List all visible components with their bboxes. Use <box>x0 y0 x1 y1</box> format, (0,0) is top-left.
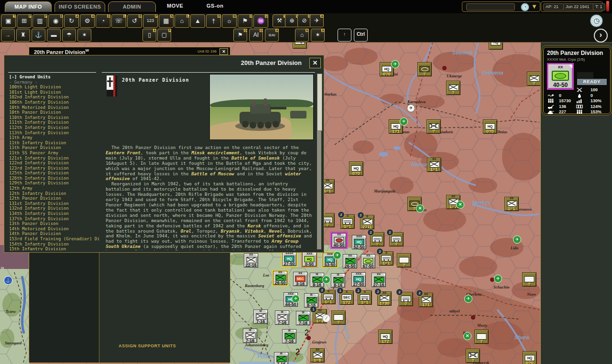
close-icon[interactable]: ✕ <box>309 58 321 68</box>
map-counter-inf[interactable]: III8-16 <box>331 273 345 288</box>
map-counter-inf[interactable]: III7-16 <box>282 329 296 343</box>
unit-list-item[interactable]: 134th Infantry Division <box>9 211 99 216</box>
redo-orders-button[interactable]: ↻A <box>64 14 79 28</box>
copy-screen-button[interactable]: ▥P <box>33 14 47 28</box>
map-counter-inf[interactable]: III7-16 <box>275 310 289 325</box>
counter-display-button[interactable]: ⊞P <box>17 14 32 28</box>
unit-list-item[interactable]: 123rd Infantry Division <box>9 166 99 171</box>
move-arrow-button[interactable]: → <box>1 29 15 42</box>
ai-off-button[interactable]: ⊘AIA <box>265 29 279 42</box>
shift-key-button[interactable]: ↑ <box>338 29 351 42</box>
formation-view-button[interactable]: ▯A <box>142 29 156 42</box>
tab-map-info[interactable]: MAP INFO <box>5 1 52 12</box>
map-counter-armorq[interactable]: ? <box>417 62 432 76</box>
map-counter-truck[interactable]: ?2 <box>389 232 404 246</box>
factory-button[interactable]: ⌂N <box>295 29 309 42</box>
unit-list-item[interactable]: 12th Infantry Division <box>9 191 99 196</box>
unit-list-item[interactable]: 154th Infantry Division <box>9 242 99 247</box>
elevation-button[interactable]: ▲ <box>190 14 205 28</box>
unit-list-item[interactable]: 132nd Infantry Division <box>9 206 99 211</box>
map-counter-truck[interactable]: ?2 <box>399 292 413 306</box>
map-counter-truck[interactable]: II1=12 <box>321 290 336 304</box>
map-counter-inf[interactable]: III7-16 <box>253 310 268 324</box>
flag-orders-button[interactable]: ⚑G <box>233 29 247 42</box>
map-counter-hq[interactable]: HQ <box>293 42 307 49</box>
message-box[interactable] <box>466 3 515 11</box>
mode-gs-on[interactable]: GS-on <box>207 3 224 9</box>
map-counter-inf[interactable]: XX27-16 <box>372 273 386 287</box>
map-counter-sec[interactable]: XXSEC3-16 <box>293 272 307 286</box>
air-ops-button[interactable]: ✈A <box>310 14 324 27</box>
container-button[interactable]: ▢F <box>157 29 171 42</box>
map-counter-hq[interactable]: XXXHQ52-50 <box>352 235 366 249</box>
weather-button[interactable]: ☼W <box>222 14 237 28</box>
map-counter-inf[interactable]: III7-16 <box>274 352 288 364</box>
communications-button[interactable]: ☏L <box>111 14 126 28</box>
production-button[interactable]: ⌂L <box>175 14 189 28</box>
ground-units-list[interactable]: [-] Ground Units- Germany -100th Light D… <box>9 75 99 250</box>
unit-list-item[interactable]: 12th Panzer Division <box>9 196 99 201</box>
ctrl-key-button[interactable]: Ctrl <box>354 29 368 42</box>
map-counter-inf[interactable]: XX26-50 <box>343 254 357 268</box>
unit-list-item[interactable]: 11th Army <box>9 135 99 140</box>
unit-list-item[interactable]: 12th Army <box>9 186 99 191</box>
map-counter-hq[interactable]: HQ0?0 <box>523 351 537 364</box>
unit-list-item[interactable]: 121st Infantry Division <box>9 156 99 161</box>
unit-list-item[interactable]: 14th Panzer Division <box>9 231 99 236</box>
unit-list-item[interactable]: 10th Panzer Division <box>9 110 99 115</box>
unit-list-item[interactable]: 111th Infantry Division <box>9 120 99 125</box>
map-modes-button[interactable]: ▣T <box>1 14 16 28</box>
unit-list-item[interactable]: 100th Light Division <box>9 85 99 90</box>
map-counter-inf[interactable]: XX1?12 <box>419 293 433 307</box>
map-counter-truck[interactable]: II1=12 <box>358 290 372 305</box>
unit-list-item[interactable]: 106th Infantry Division <box>9 100 99 105</box>
interdiction-button[interactable]: ⊘D <box>297 14 311 27</box>
map-counter-inf[interactable]: XX26-50 <box>273 271 287 285</box>
map-counter-hq[interactable]: HQ <box>489 42 503 50</box>
map-counter-inf[interactable]: XX1=1 <box>427 158 441 172</box>
assault-button[interactable]: ✶ <box>77 29 91 42</box>
map-counter-hq[interactable]: HQ0?0 <box>349 161 363 176</box>
map-counter-truck[interactable]: ?2 <box>370 232 384 246</box>
ai-orders-button[interactable]: AIG <box>249 29 263 42</box>
map-counter-inf[interactable]: XX1=1 <box>504 197 519 211</box>
unit-icons-button[interactable]: ◉E <box>48 14 63 28</box>
map-counter-hq[interactable]: XXXXHQ27-50 <box>282 252 296 266</box>
unit-list-item[interactable]: 102nd Infantry Division <box>9 95 99 100</box>
unit-list-item[interactable]: 153rd Field Training (Grenadier) Di <box>9 236 99 242</box>
org-chart-button[interactable]: ▦N <box>159 14 174 28</box>
supply-button[interactable]: ⚒T <box>273 14 286 27</box>
map-counter-hq[interactable]: XXXHQ27-50 <box>351 272 366 287</box>
map-counter-unk[interactable]: ? <box>397 253 411 268</box>
naval-move-button[interactable]: ⚓ <box>32 29 45 42</box>
map-counter-inf[interactable]: XX22-16 <box>244 253 258 268</box>
unit-list-item[interactable]: 13th Panzer Divison <box>9 221 99 226</box>
mode-move[interactable]: MOVE <box>167 3 183 9</box>
barge-button[interactable]: ▬ <box>47 29 61 42</box>
list-header[interactable]: [-] Ground Units <box>9 75 99 80</box>
map-counter-inf[interactable]: ? <box>446 81 460 95</box>
objectives-flag-button[interactable]: ⚑V <box>238 14 252 28</box>
unit-list-item[interactable]: 101st Light Division <box>9 90 99 95</box>
warning-triangle-icon[interactable]: ▼ <box>531 3 537 10</box>
map-counter-hq[interactable]: XXXHQ0-50 <box>302 252 317 267</box>
tab-info-screens[interactable]: INFO SCREENS <box>55 1 105 12</box>
map-counter-inf[interactable]: ? <box>527 72 540 86</box>
unit-list-item[interactable]: 15th Infantry Division <box>9 246 99 250</box>
map-counter-unk[interactable]: ? <box>331 310 346 325</box>
map-counter-mot[interactable]: ? <box>466 349 480 363</box>
map-counter-hq[interactable]: HQ1?2 <box>378 330 393 344</box>
event-timer-button[interactable]: ◔D <box>96 14 110 28</box>
compass-gauge-icon[interactable]: ◷ <box>590 14 603 27</box>
map-counter-unk[interactable]: ? <box>522 272 536 287</box>
unit-list-item[interactable]: 113th Infantry Division <box>9 130 99 136</box>
unit-list-item[interactable]: 11th SS Panzer Army <box>9 150 99 156</box>
targeting-button[interactable]: ⊕V <box>285 14 299 27</box>
unit-list-item[interactable]: 129th Infantry Division <box>9 181 99 186</box>
unit-list-item[interactable]: 11th Panzer Division <box>9 145 99 150</box>
airborne-button[interactable]: ☂ <box>62 29 76 42</box>
tab-admin[interactable]: ADMIN <box>108 1 156 12</box>
rail-move-button[interactable]: ♜ <box>16 29 30 42</box>
map-counter-truck[interactable]: II1=12 <box>340 214 355 229</box>
map-counter-armor[interactable]: XX67-50 <box>361 254 375 268</box>
